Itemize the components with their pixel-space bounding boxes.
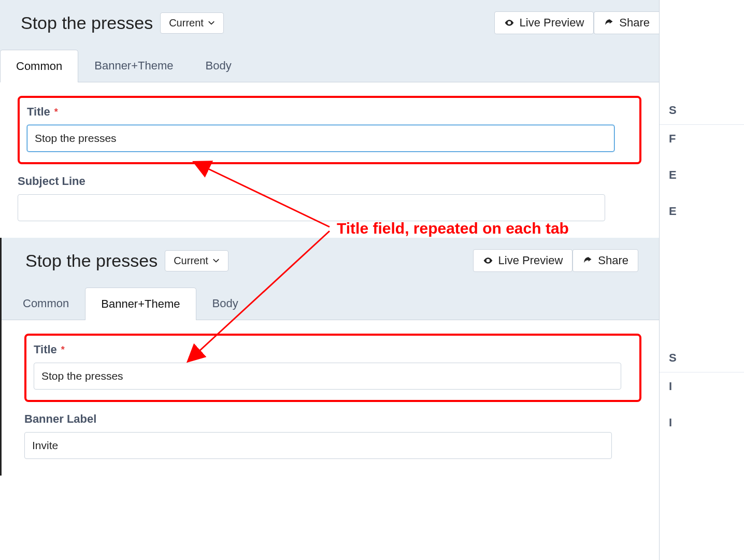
title-label-text: Title <box>27 105 50 119</box>
version-dropdown[interactable]: Current <box>165 250 228 271</box>
header-row: Stop the presses Current Live Preview Sh… <box>2 238 659 283</box>
form-area: Title * Subject Line <box>0 82 659 238</box>
live-preview-button[interactable]: Live Preview <box>473 249 573 272</box>
sidebar-item[interactable]: F <box>660 125 744 161</box>
annotation-highlight: Title * <box>24 334 641 402</box>
live-preview-label: Live Preview <box>520 16 584 30</box>
subject-line-input[interactable] <box>18 194 605 221</box>
tab-banner-theme[interactable]: Banner+Theme <box>78 49 189 82</box>
eye-icon <box>483 255 493 266</box>
editor-panel-common: Stop the presses Current Live Preview Sh… <box>0 0 659 238</box>
sidebar-sliver-bottom: S I I <box>659 248 744 560</box>
share-button[interactable]: Share <box>594 11 659 34</box>
page-title: Stop the presses <box>21 13 153 33</box>
subject-line-label: Subject Line <box>18 175 641 188</box>
share-label: Share <box>619 16 650 30</box>
subject-line-block: Subject Line <box>18 175 641 221</box>
sidebar-sliver-top: S F E E <box>659 0 744 248</box>
live-preview-label: Live Preview <box>498 254 563 267</box>
header-row: Stop the presses Current Live Preview Sh… <box>0 0 659 46</box>
tab-banner-theme[interactable]: Banner+Theme <box>85 288 196 320</box>
sidebar-item[interactable]: S <box>660 96 744 125</box>
eye-icon <box>504 18 514 28</box>
title-field-block: Title * <box>34 343 632 390</box>
share-icon <box>604 18 614 28</box>
form-area: Title * Banner Label <box>2 320 659 476</box>
live-preview-button[interactable]: Live Preview <box>494 11 594 34</box>
tab-body[interactable]: Body <box>196 287 254 320</box>
title-field-block: Title * <box>27 105 632 152</box>
chevron-down-icon <box>208 19 215 26</box>
banner-label-label: Banner Label <box>24 412 641 426</box>
title-label-text: Title <box>34 343 57 356</box>
share-button[interactable]: Share <box>573 249 638 272</box>
banner-label-block: Banner Label <box>24 412 641 459</box>
share-icon <box>582 255 593 266</box>
tab-common[interactable]: Common <box>7 287 85 320</box>
required-asterisk: * <box>54 107 58 118</box>
sidebar-item[interactable]: E <box>660 161 744 197</box>
tab-common[interactable]: Common <box>0 50 78 82</box>
sidebar-item[interactable]: S <box>660 344 744 372</box>
tab-body[interactable]: Body <box>190 49 248 82</box>
tab-row: Common Banner+Theme Body <box>2 283 659 320</box>
sidebar-item[interactable]: I <box>660 409 744 437</box>
banner-label-input[interactable] <box>24 432 612 459</box>
editor-panel-banner-theme: Stop the presses Current Live Preview Sh… <box>0 238 659 476</box>
title-input[interactable] <box>34 363 621 390</box>
version-dropdown[interactable]: Current <box>160 12 224 34</box>
annotation-highlight: Title * <box>18 96 641 164</box>
tab-row: Common Banner+Theme Body <box>0 46 659 82</box>
version-label: Current <box>169 17 204 29</box>
version-label: Current <box>174 255 208 267</box>
sidebar-item[interactable]: I <box>660 372 744 409</box>
page-title: Stop the presses <box>25 251 158 271</box>
required-asterisk: * <box>61 344 65 355</box>
share-label: Share <box>598 254 628 267</box>
title-label: Title * <box>34 343 632 356</box>
title-label: Title * <box>27 105 632 119</box>
sidebar-item[interactable]: E <box>660 197 744 225</box>
chevron-down-icon <box>212 257 220 264</box>
title-input[interactable] <box>27 125 614 152</box>
